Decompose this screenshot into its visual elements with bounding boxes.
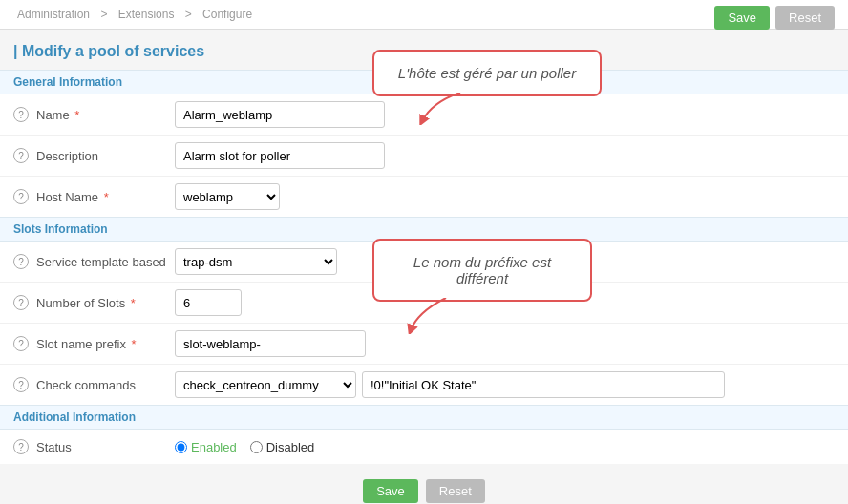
slots-number-label: Number of Slots * — [36, 296, 175, 310]
top-reset-button[interactable]: Reset — [775, 6, 835, 30]
check-commands-help-icon[interactable]: ? — [13, 377, 29, 392]
slot-prefix-input[interactable] — [175, 330, 366, 357]
bottom-save-button[interactable]: Save — [363, 479, 418, 503]
template-label: Service template based — [36, 255, 175, 269]
slot-prefix-label: Slot name prefix * — [36, 337, 175, 351]
hostname-select[interactable]: weblamp — [175, 183, 280, 210]
status-disabled-option[interactable]: Disabled — [250, 440, 315, 454]
callout-host-poller: L'hôte est géré par un poller — [372, 50, 602, 96]
callout-prefix-name: Le nom du préfixe estdifférent — [372, 239, 592, 302]
check-commands-row: ? Check commands check_centreon_dummy — [0, 365, 848, 405]
bottom-actions-bar: Save Reset — [0, 464, 848, 504]
description-help-icon[interactable]: ? — [13, 148, 29, 163]
name-row: ? Name * — [0, 94, 848, 136]
status-row: ? Status Enabled Disabled — [0, 430, 848, 464]
status-disabled-radio[interactable] — [250, 441, 263, 453]
top-actions-bar: Save Reset — [714, 6, 835, 30]
name-input[interactable] — [175, 101, 385, 128]
bottom-reset-button[interactable]: Reset — [426, 479, 485, 503]
template-select[interactable]: trap-dsm — [175, 248, 337, 275]
general-information-section: ? Name * ? Description ? Host Name * — [0, 94, 848, 217]
breadcrumb-admin[interactable]: Administration — [17, 8, 90, 21]
slots-number-help-icon[interactable]: ? — [13, 295, 29, 310]
slot-prefix-field — [175, 330, 835, 357]
hostname-row: ? Host Name * weblamp — [0, 177, 848, 217]
status-enabled-radio[interactable] — [175, 441, 187, 453]
status-disabled-label: Disabled — [266, 440, 315, 454]
hostname-field: weblamp — [175, 183, 835, 210]
name-field — [175, 101, 835, 128]
check-commands-field: check_centreon_dummy — [175, 371, 835, 398]
status-help-icon[interactable]: ? — [13, 439, 29, 454]
slot-prefix-help-icon[interactable]: ? — [13, 336, 29, 351]
slots-number-input[interactable] — [175, 289, 242, 316]
name-label: Name * — [36, 108, 175, 122]
description-input[interactable] — [175, 142, 385, 169]
breadcrumb-configure: Configure — [202, 8, 252, 21]
status-enabled-label: Enabled — [191, 440, 237, 454]
description-row: ? Description — [0, 136, 848, 177]
slot-prefix-row: ? Slot name prefix * — [0, 324, 848, 365]
top-save-button[interactable]: Save — [714, 6, 770, 30]
additional-information-section: ? Status Enabled Disabled — [0, 430, 848, 464]
name-help-icon[interactable]: ? — [13, 107, 29, 122]
status-field: Enabled Disabled — [175, 440, 835, 454]
template-help-icon[interactable]: ? — [13, 254, 29, 269]
hostname-label: Host Name * — [36, 190, 175, 204]
hostname-help-icon[interactable]: ? — [13, 189, 29, 204]
breadcrumb-extensions[interactable]: Extensions — [118, 8, 175, 21]
status-enabled-option[interactable]: Enabled — [175, 440, 237, 454]
status-label: Status — [36, 440, 175, 454]
check-commands-select[interactable]: check_centreon_dummy — [175, 371, 356, 398]
additional-information-heading: Additional Information — [0, 405, 848, 430]
callout2-text: Le nom du préfixe estdifférent — [413, 254, 551, 286]
description-label: Description — [36, 149, 175, 163]
check-commands-label: Check commands — [36, 378, 175, 392]
description-field — [175, 142, 835, 169]
check-extra-input[interactable] — [362, 371, 725, 398]
